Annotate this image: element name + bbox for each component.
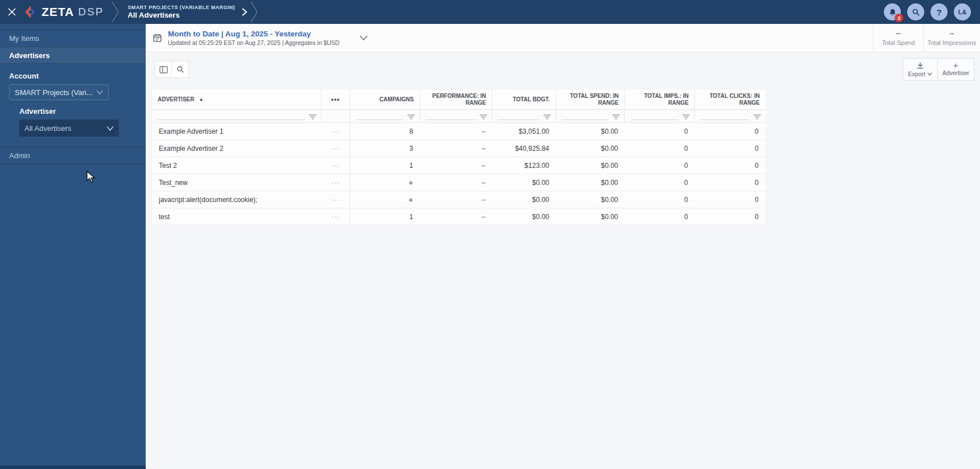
cell-total-clicks: 0 xyxy=(695,208,765,225)
col-header-total-imps[interactable]: TOTAL IMPS.: IN RANGE xyxy=(625,90,695,110)
filter-icon[interactable] xyxy=(480,114,487,120)
cell-performance: – xyxy=(420,191,492,208)
cell-advertiser[interactable]: javacript:alert(document.cookie); xyxy=(152,191,322,208)
filter-icon[interactable] xyxy=(682,114,690,120)
sidebar: My Items Advertisers Account SMART Proje… xyxy=(0,24,146,469)
filter-icon[interactable] xyxy=(407,114,415,120)
filter-input-advertiser[interactable] xyxy=(158,112,305,120)
col-header-menu[interactable]: ••• xyxy=(322,90,350,110)
search-icon xyxy=(912,8,920,17)
cell-total-imps: 0 xyxy=(625,208,695,225)
table-row[interactable]: Test_new ··· + – $0.00 $0.00 0 0 xyxy=(152,174,765,191)
cell-total-spend: $0.00 xyxy=(556,140,625,157)
sidebar-item-admin[interactable]: Admin xyxy=(0,147,146,164)
advertiser-select[interactable]: All Advertisers xyxy=(19,120,119,137)
cell-advertiser[interactable]: Example Advertiser 2 xyxy=(152,140,322,157)
total-spend-label: Total Spend xyxy=(882,39,915,46)
row-menu-button[interactable]: ··· xyxy=(322,208,350,225)
cell-advertiser[interactable]: test xyxy=(152,208,322,225)
filter-input-total-spend[interactable] xyxy=(562,112,608,120)
notifications-button[interactable]: 3 xyxy=(884,3,901,20)
download-icon xyxy=(916,62,924,69)
cell-total-imps: 0 xyxy=(625,157,695,174)
filter-input-total-imps[interactable] xyxy=(631,112,678,120)
table-row[interactable]: Example Advertiser 1 ··· 8 – $3,051.00 $… xyxy=(152,123,765,140)
ellipsis-icon: ••• xyxy=(331,96,340,103)
ellipsis-icon: ··· xyxy=(331,145,340,153)
ellipsis-icon: ··· xyxy=(331,179,340,187)
col-header-label: PERFORMANCE: IN RANGE xyxy=(426,93,486,106)
ellipsis-icon: ··· xyxy=(331,162,340,170)
table-header-row: ADVERTISER ▲ ••• CAMPAIGNS PERFORMANCE: … xyxy=(152,90,765,110)
row-menu-button[interactable]: ··· xyxy=(322,157,350,174)
brand-dsp: DSP xyxy=(78,6,104,18)
filter-icon[interactable] xyxy=(309,114,316,120)
row-menu-button[interactable]: ··· xyxy=(322,174,350,191)
cell-total-clicks: 0 xyxy=(695,140,765,157)
cell-advertiser[interactable]: Test 2 xyxy=(152,157,322,174)
filter-input-performance[interactable] xyxy=(426,112,476,120)
ellipsis-icon: ··· xyxy=(331,196,340,204)
zeta-dsp-logo[interactable]: ZETA DSP xyxy=(24,5,112,19)
col-header-advertiser[interactable]: ADVERTISER ▲ xyxy=(152,90,322,110)
filter-input-campaigns[interactable] xyxy=(356,112,403,120)
table-row[interactable]: test ··· 1 – $0.00 $0.00 0 0 xyxy=(152,208,765,225)
cell-total-bdgt: $0.00 xyxy=(492,191,556,208)
account-label: Account xyxy=(9,72,137,80)
cell-campaigns[interactable]: 8 xyxy=(350,123,420,140)
breadcrumb[interactable]: SMART PROJECTS (VARIABLE MARGIN) All Adv… xyxy=(120,5,241,19)
cell-total-spend: $0.00 xyxy=(556,157,625,174)
col-header-campaigns[interactable]: CAMPAIGNS xyxy=(350,90,420,110)
add-advertiser-button[interactable]: + Advertiser xyxy=(938,58,974,81)
cell-total-bdgt: $0.00 xyxy=(492,174,556,191)
sidebar-item-my-items[interactable]: My Items xyxy=(0,30,146,47)
row-menu-button[interactable]: ··· xyxy=(322,191,350,208)
col-header-total-clicks[interactable]: TOTAL CLICKS: IN RANGE xyxy=(695,90,765,110)
table-toolbar: Export + Advertiser xyxy=(146,52,980,90)
col-header-total-spend[interactable]: TOTAL SPEND: IN RANGE xyxy=(556,90,625,110)
account-select[interactable]: SMART Projects (Vari... xyxy=(9,84,109,100)
zeta-diamond-icon xyxy=(24,5,38,19)
filter-input-total-bdgt[interactable] xyxy=(498,112,540,120)
columns-button[interactable] xyxy=(155,61,172,78)
filter-icon[interactable] xyxy=(543,114,551,120)
row-menu-button[interactable]: ··· xyxy=(322,140,350,157)
chevron-right-icon[interactable] xyxy=(242,8,247,16)
table-row[interactable]: Example Advertiser 2 ··· 3 – $40,925.84 … xyxy=(152,140,765,157)
cell-campaigns[interactable]: 3 xyxy=(350,140,420,157)
search-icon xyxy=(176,65,184,73)
sidebar-item-label: Advertisers xyxy=(9,51,50,60)
filter-icon[interactable] xyxy=(612,114,620,120)
sidebar-item-advertisers[interactable]: Advertisers xyxy=(0,47,146,64)
cell-campaigns[interactable]: 1 xyxy=(350,208,420,225)
avatar[interactable]: L& xyxy=(954,3,971,20)
cell-total-spend: $0.00 xyxy=(556,191,625,208)
chevron-down-icon[interactable] xyxy=(360,35,368,40)
filter-cell-total-spend xyxy=(556,110,625,123)
add-campaign-button[interactable]: + xyxy=(350,174,420,191)
filter-icon[interactable] xyxy=(753,114,761,120)
cell-campaigns[interactable]: 1 xyxy=(350,157,420,174)
calendar-icon xyxy=(153,33,162,43)
help-button[interactable]: ? xyxy=(930,3,948,20)
table-row[interactable]: Test 2 ··· 1 – $123.00 $0.00 0 0 xyxy=(152,157,765,174)
cell-advertiser[interactable]: Test_new xyxy=(152,174,322,191)
date-range-picker[interactable]: Month to Date | Aug 1, 2025 - Yesterday … xyxy=(146,24,368,52)
row-menu-button[interactable]: ··· xyxy=(322,123,350,140)
filter-input-total-clicks[interactable] xyxy=(701,112,750,120)
chevron-down-icon xyxy=(96,90,103,94)
col-header-performance[interactable]: PERFORMANCE: IN RANGE xyxy=(420,90,492,110)
export-button[interactable]: Export xyxy=(903,58,938,81)
cell-advertiser[interactable]: Example Advertiser 1 xyxy=(152,123,322,140)
table-row[interactable]: javacript:alert(document.cookie); ··· + … xyxy=(152,191,765,208)
table-search-button[interactable] xyxy=(172,61,189,78)
col-header-total-bdgt[interactable]: TOTAL BDGT. xyxy=(492,90,556,110)
notification-badge: 3 xyxy=(895,14,903,22)
brand-zeta: ZETA xyxy=(42,5,74,19)
add-campaign-button[interactable]: + xyxy=(350,191,420,208)
col-header-label: TOTAL IMPS.: IN RANGE xyxy=(631,93,689,106)
avatar-initials: L& xyxy=(958,9,967,15)
filter-cell-performance xyxy=(420,110,492,123)
search-button[interactable] xyxy=(907,3,924,20)
close-icon[interactable] xyxy=(0,7,24,17)
